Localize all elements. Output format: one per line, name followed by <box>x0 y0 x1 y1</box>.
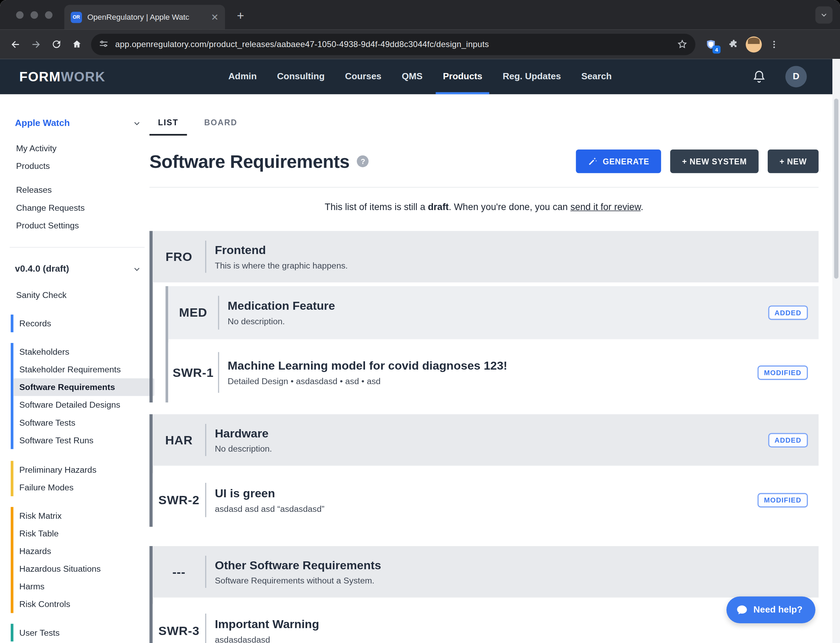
nav-reg-updates[interactable]: Reg. Updates <box>503 59 561 94</box>
send-for-review-link[interactable]: send it for review <box>570 201 641 212</box>
sidebar-group-design: Stakeholders Stakeholder Requirements So… <box>11 343 149 449</box>
new-tab-button[interactable]: + <box>231 7 250 25</box>
product-selector[interactable]: Apple Watch <box>15 113 141 134</box>
system-description: No description. <box>215 444 759 454</box>
tab-list[interactable]: LIST <box>150 114 187 135</box>
page-title: Software Requirements <box>150 151 349 171</box>
zoom-window-button[interactable] <box>45 11 52 19</box>
nav-courses[interactable]: Courses <box>345 59 381 94</box>
close-window-button[interactable] <box>16 11 24 19</box>
content-divider <box>150 187 819 188</box>
user-avatar[interactable]: D <box>785 66 807 87</box>
sidebar-item-risk-controls[interactable]: Risk Controls <box>13 595 149 613</box>
browser-tab[interactable]: OR OpenRegulatory | Apple Watc ✕ <box>64 5 225 29</box>
requirement-code: SWR-2 <box>153 493 205 508</box>
generate-button[interactable]: GENERATE <box>576 150 661 173</box>
puzzle-icon <box>728 38 739 50</box>
system-description: No description. <box>228 317 759 326</box>
requirement-row[interactable]: SWR-2 UI is green asdasd asd asd “asdasd… <box>153 473 819 527</box>
system-title[interactable]: Other Software Requirements <box>215 558 808 572</box>
sidebar-product-list: Releases Change Requests Product Setting… <box>0 181 149 234</box>
view-tabs: LIST BOARD <box>150 114 819 135</box>
notifications-button[interactable] <box>752 70 766 83</box>
requirement-title[interactable]: Machine Learning model for covid diagnos… <box>228 359 748 373</box>
sidebar-item-harms[interactable]: Harms <box>13 578 149 595</box>
requirement-meta: asdasdasdasd <box>215 635 808 643</box>
profile-avatar[interactable] <box>746 36 762 52</box>
sidebar-item-product-settings[interactable]: Product Settings <box>0 217 149 234</box>
sidebar-item-change-requests[interactable]: Change Requests <box>0 199 149 216</box>
tab-close-icon[interactable]: ✕ <box>211 11 219 23</box>
reload-button[interactable] <box>46 34 67 54</box>
status-badge: MODIFIED <box>758 493 808 508</box>
nav-products[interactable]: Products <box>443 59 482 94</box>
forward-button[interactable] <box>26 34 46 54</box>
minimize-window-button[interactable] <box>31 11 38 19</box>
system-title[interactable]: Hardware <box>215 426 759 440</box>
back-button[interactable] <box>5 34 26 54</box>
requirement-row[interactable]: SWR-1 Machine Learning model for covid d… <box>168 342 819 402</box>
home-icon <box>71 38 82 50</box>
sidebar-group-records: Records <box>11 315 149 332</box>
system-header-row[interactable]: --- Other Software Requirements Software… <box>153 546 819 598</box>
magic-wand-icon <box>588 157 597 166</box>
sidebar-item-sanity-check[interactable]: Sanity Check <box>0 286 149 304</box>
tab-search-button[interactable] <box>816 7 833 24</box>
system-group-hardware: HAR Hardware No description. ADDED SWR-2… <box>150 414 819 527</box>
sidebar-item-records[interactable]: Records <box>13 315 149 332</box>
new-system-button[interactable]: + NEW SYSTEM <box>670 150 759 173</box>
app-logo[interactable]: FORMWORK <box>20 69 106 85</box>
browser-menu-button[interactable] <box>764 34 784 54</box>
system-header-row[interactable]: HAR Hardware No description. ADDED <box>153 414 819 466</box>
nav-search[interactable]: Search <box>581 59 612 94</box>
sidebar-item-user-tests[interactable]: User Tests <box>13 623 149 641</box>
sidebar-item-stakeholder-requirements[interactable]: Stakeholder Requirements <box>13 361 149 378</box>
nav-consulting[interactable]: Consulting <box>277 59 324 94</box>
tab-board[interactable]: BOARD <box>195 114 246 135</box>
new-button[interactable]: + NEW <box>768 150 819 173</box>
page-scrollbar[interactable] <box>832 59 840 643</box>
browser-toolbar: app.openregulatory.com/product_releases/… <box>0 29 840 59</box>
bookmark-star-icon[interactable] <box>677 38 688 50</box>
url-text[interactable]: app.openregulatory.com/product_releases/… <box>115 39 677 49</box>
help-icon[interactable]: ? <box>357 155 369 167</box>
sidebar-item-preliminary-hazards[interactable]: Preliminary Hazards <box>13 461 149 479</box>
system-title[interactable]: Frontend <box>215 243 808 257</box>
extension-button[interactable]: 4 <box>701 34 721 54</box>
system-title[interactable]: Medication Feature <box>228 299 759 313</box>
sidebar-version-list: Sanity Check <box>0 286 149 304</box>
browser-window: OR OpenRegulatory | Apple Watc ✕ + app.o… <box>0 0 840 643</box>
requirement-title[interactable]: Important Warning <box>215 617 808 631</box>
site-info-icon[interactable] <box>99 39 109 49</box>
requirement-row[interactable]: SWR-3 Important Warning asdasdasdasd <box>153 604 819 643</box>
sidebar-item-risk-matrix[interactable]: Risk Matrix <box>13 507 149 525</box>
system-header-row[interactable]: FRO Frontend This is where the graphic h… <box>153 231 819 282</box>
scrollbar-thumb[interactable] <box>834 99 838 279</box>
sidebar-item-products[interactable]: Products <box>0 157 149 175</box>
sidebar-item-hazards[interactable]: Hazards <box>13 542 149 560</box>
requirement-title[interactable]: UI is green <box>215 486 748 500</box>
nav-qms[interactable]: QMS <box>402 59 422 94</box>
sidebar-item-my-activity[interactable]: My Activity <box>0 139 149 157</box>
sidebar-item-risk-table[interactable]: Risk Table <box>13 525 149 542</box>
system-group-frontend: FRO Frontend This is where the graphic h… <box>150 231 819 403</box>
system-header-row[interactable]: MED Medication Feature No description. A… <box>168 286 819 339</box>
sidebar-item-software-test-runs[interactable]: Software Test Runs <box>13 432 149 449</box>
sidebar-item-stakeholders[interactable]: Stakeholders <box>13 343 149 361</box>
version-selector[interactable]: v0.4.0 (draft) <box>15 258 141 280</box>
app-header: FORMWORK Admin Consulting Courses QMS Pr… <box>0 59 840 94</box>
sidebar-divider <box>10 247 145 248</box>
nav-admin[interactable]: Admin <box>228 59 257 94</box>
requirement-code: SWR-1 <box>168 365 218 380</box>
sidebar-item-software-requirements[interactable]: Software Requirements <box>13 378 154 396</box>
home-button[interactable] <box>67 34 87 54</box>
address-bar[interactable]: app.openregulatory.com/product_releases/… <box>91 34 695 55</box>
need-help-button[interactable]: Need help? <box>726 596 815 623</box>
sidebar-item-software-detailed-designs[interactable]: Software Detailed Designs <box>13 396 149 414</box>
extensions-button[interactable] <box>723 34 744 54</box>
sidebar-item-failure-modes[interactable]: Failure Modes <box>13 479 149 496</box>
sidebar-item-software-tests[interactable]: Software Tests <box>13 414 149 431</box>
main-nav: Admin Consulting Courses QMS Products Re… <box>228 59 612 94</box>
sidebar-item-releases[interactable]: Releases <box>0 181 149 199</box>
sidebar-item-hazardous-situations[interactable]: Hazardous Situations <box>13 560 149 578</box>
